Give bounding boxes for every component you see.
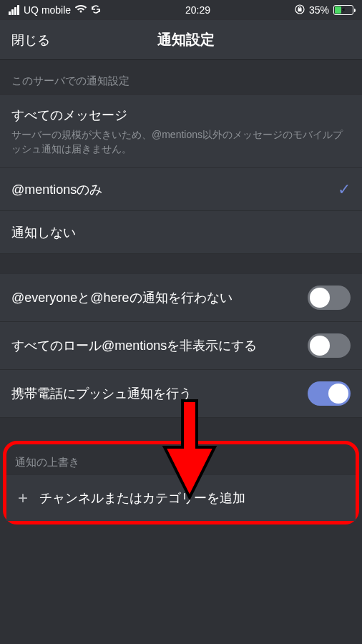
option-label: @mentionsのみ — [11, 181, 338, 198]
add-channel-row[interactable]: + チャンネルまたはカテゴリーを追加 — [6, 475, 356, 521]
header: 閉じる 通知設定 — [0, 20, 362, 60]
mobile-push-toggle[interactable] — [308, 381, 351, 406]
notification-option-all[interactable]: すべてのメッセージ サーバーの規模が大きいため、@mentions以外のメッセー… — [0, 95, 362, 168]
option-sublabel: サーバーの規模が大きいため、@mentions以外のメッセージのモバイルプッシュ… — [11, 128, 351, 156]
page-title: 通知設定 — [21, 30, 351, 49]
option-label: すべてのメッセージ — [11, 107, 351, 124]
add-label: チャンネルまたはカテゴリーを追加 — [39, 489, 245, 507]
status-time: 20:29 — [185, 4, 210, 16]
orientation-lock-icon — [295, 4, 305, 16]
suppress-everyone-toggle[interactable] — [308, 286, 351, 310]
option-label: すべてのロール@mentionsを非表示にする — [11, 337, 308, 354]
section-header-override: 通知の上書き — [6, 444, 356, 475]
suppress-everyone-row[interactable]: @everyoneと@hereの通知を行わない — [0, 274, 362, 322]
sync-icon — [91, 4, 101, 16]
notification-option-mentions[interactable]: @mentionsのみ ✓ — [0, 168, 362, 211]
battery-percent: 35% — [309, 4, 329, 16]
notification-option-none[interactable]: 通知しない — [0, 211, 362, 254]
highlight-annotation: 通知の上書き + チャンネルまたはカテゴリーを追加 — [3, 441, 359, 525]
status-left: UQ mobile — [9, 4, 101, 16]
carrier-name: UQ mobile — [24, 4, 71, 16]
svg-rect-1 — [298, 9, 301, 11]
wifi-icon — [75, 4, 87, 16]
option-label: 携帯電話にプッシュ通知を行う — [11, 385, 308, 402]
battery-icon: ⚡︎ — [333, 5, 353, 15]
check-icon: ✓ — [338, 180, 351, 199]
section-header-server: このサーバでの通知設定 — [0, 60, 362, 95]
status-bar: UQ mobile 20:29 35% ⚡︎ — [0, 0, 362, 20]
signal-icon — [9, 5, 19, 15]
mobile-push-row[interactable]: 携帯電話にプッシュ通知を行う — [0, 370, 362, 418]
suppress-roles-row[interactable]: すべてのロール@mentionsを非表示にする — [0, 322, 362, 370]
suppress-roles-toggle[interactable] — [308, 333, 351, 358]
option-label: 通知しない — [11, 224, 351, 241]
status-right: 35% ⚡︎ — [295, 4, 353, 16]
plus-icon: + — [18, 488, 28, 508]
option-label: @everyoneと@hereの通知を行わない — [11, 289, 308, 306]
